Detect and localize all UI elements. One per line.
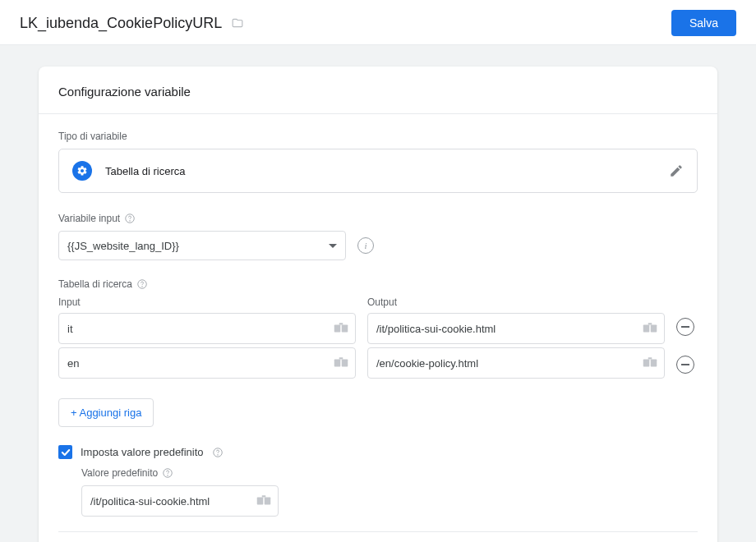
svg-rect-9	[339, 357, 343, 359]
lookup-table-label: Tabella di ricerca	[58, 278, 698, 290]
default-checkbox-row: Imposta valore predefinito	[58, 445, 698, 459]
lookup-input-field[interactable]: it	[58, 313, 356, 344]
svg-rect-7	[334, 360, 341, 367]
add-row-button[interactable]: + Aggiungi riga	[58, 398, 154, 427]
default-checkbox[interactable]	[58, 445, 72, 459]
save-button[interactable]: Salva	[671, 10, 736, 36]
input-var-select[interactable]: {{JS_website_lang_ID}}	[58, 231, 346, 260]
input-var-row: {{JS_website_lang_ID}} i	[58, 231, 698, 260]
lookup-output-field[interactable]: /en/cookie-policy.html	[367, 347, 665, 379]
help-icon[interactable]	[136, 278, 148, 290]
default-value-area: Imposta valore predefinito Valore predef…	[58, 445, 698, 517]
lookup-output-col: Output /it/politica-sui-cookie.html /en/…	[367, 296, 665, 382]
lookup-actions-col	[676, 296, 698, 390]
topbar-left: LK_iubenda_CookiePolicyURL	[20, 15, 245, 32]
page-title: LK_iubenda_CookiePolicyURL	[20, 15, 222, 32]
help-icon[interactable]	[162, 467, 173, 479]
input-var-value: {{JS_website_lang_ID}}	[67, 240, 179, 252]
input-var-label: Variabile input	[58, 213, 698, 224]
col-output-label: Output	[367, 296, 665, 308]
minus-icon	[681, 326, 689, 328]
topbar: LK_iubenda_CookiePolicyURL Salva	[0, 0, 756, 45]
svg-rect-22	[262, 495, 266, 497]
svg-rect-20	[257, 498, 264, 505]
block-icon[interactable]	[334, 357, 348, 369]
svg-point-17	[217, 454, 218, 455]
svg-point-19	[168, 475, 168, 476]
default-value-field[interactable]: /it/politica-sui-cookie.html	[81, 485, 279, 517]
remove-row-button[interactable]	[676, 318, 694, 336]
folder-icon[interactable]	[230, 17, 245, 29]
block-icon[interactable]	[643, 357, 657, 369]
svg-rect-4	[334, 325, 341, 333]
block-icon[interactable]	[334, 323, 348, 334]
help-icon[interactable]	[124, 213, 136, 224]
pencil-icon[interactable]	[669, 163, 684, 178]
svg-rect-15	[648, 357, 652, 359]
variable-type-selector[interactable]: Tabella di ricerca	[58, 149, 698, 193]
variable-type-value: Tabella di ricerca	[105, 165, 186, 177]
check-icon	[61, 448, 71, 457]
gear-icon	[72, 161, 92, 181]
info-icon[interactable]: i	[357, 237, 374, 254]
svg-rect-8	[342, 360, 348, 367]
svg-point-1	[130, 221, 131, 222]
lookup-input-field[interactable]: en	[58, 347, 356, 379]
variable-type-label: Tipo di variabile	[58, 131, 698, 142]
config-card: Configurazione variabile Tipo di variabi…	[39, 67, 717, 542]
format-value-toggle[interactable]: ❯ Valore formato	[58, 532, 698, 542]
page-background: Configurazione variabile Tipo di variabi…	[0, 45, 756, 542]
default-checkbox-label: Imposta valore predefinito	[81, 446, 204, 458]
svg-point-3	[142, 287, 143, 287]
col-input-label: Input	[58, 296, 356, 308]
svg-rect-13	[643, 360, 650, 367]
card-body: Tipo di variabile Tabella di ricerca Var…	[39, 114, 717, 542]
svg-rect-21	[265, 498, 271, 505]
block-icon[interactable]	[643, 323, 657, 334]
default-value-wrap: Valore predefinito /it/politica-sui-cook…	[81, 467, 698, 517]
lookup-grid: Input it en Output /it/politi	[58, 296, 698, 390]
lookup-output-field[interactable]: /it/politica-sui-cookie.html	[367, 313, 665, 344]
svg-rect-5	[342, 325, 348, 333]
chevron-down-icon	[329, 244, 337, 248]
svg-rect-11	[651, 325, 657, 333]
block-icon[interactable]	[256, 495, 271, 507]
card-heading: Configurazione variabile	[39, 67, 717, 114]
default-value-label: Valore predefinito	[81, 467, 698, 479]
lookup-input-col: Input it en	[58, 296, 356, 382]
lookup-table: Input it en Output /it/politi	[58, 296, 698, 427]
svg-rect-14	[651, 360, 657, 367]
svg-rect-10	[643, 325, 650, 333]
svg-rect-12	[648, 323, 652, 324]
svg-rect-6	[339, 323, 343, 324]
remove-row-button[interactable]	[676, 356, 694, 374]
help-icon[interactable]	[212, 447, 224, 458]
minus-icon	[681, 364, 689, 365]
